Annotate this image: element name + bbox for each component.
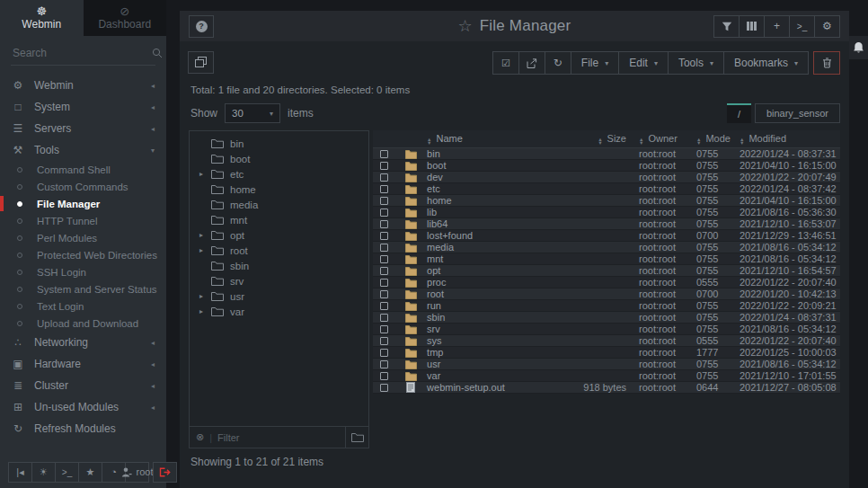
row-checkbox[interactable] [380,290,388,298]
table-row-usr[interactable]: usr root:root 0755 2021/08/16 - 05:34:12 [373,359,840,370]
row-checkbox[interactable] [380,372,388,380]
sidebar-item-webmin[interactable]: ⚙ Webmin ◂ [0,75,166,96]
tree-item-opt[interactable]: ▸ opt [190,227,368,243]
terminal-button[interactable]: >_ [789,15,815,38]
filter-button[interactable] [713,15,740,38]
row-checkbox[interactable] [380,220,388,228]
sidebar-item-command-shell[interactable]: Command Shell [0,161,166,178]
table-row-bin[interactable]: bin root:root 0755 2022/01/24 - 08:37:31 [373,148,840,160]
sidebar-item-cluster[interactable]: ≣ Cluster ◂ [0,375,166,396]
table-row-lost+found[interactable]: lost+found root:root 0700 2021/12/29 - 1… [373,230,840,242]
collapse-sidebar-button[interactable]: |◂ [8,462,32,483]
favorites-button[interactable]: ★ [78,462,102,483]
favorite-star-icon[interactable]: ☆ [458,16,473,36]
expander-icon[interactable]: ▸ [199,307,211,315]
sidebar-item-upload-and-download[interactable]: Upload and Download [0,315,166,332]
copy-path-button[interactable] [188,51,214,74]
sidebar-item-http-tunnel[interactable]: HTTP Tunnel [0,212,166,229]
logout-button[interactable] [153,462,177,483]
sidebar-item-servers[interactable]: ☰ Servers ◂ [0,118,166,139]
sidebar-item-file-manager[interactable]: File Manager [0,195,166,212]
table-row-lib64[interactable]: lib64 root:root 0755 2021/12/10 - 16:53:… [373,218,840,230]
row-checkbox[interactable] [380,349,388,357]
page-size-select[interactable]: 30 ▾ [225,103,280,123]
column-header-name[interactable]: ▲▼Name [427,133,567,145]
row-checkbox[interactable] [380,360,388,368]
table-row-boot[interactable]: boot root:root 0755 2021/04/10 - 16:15:0… [373,160,840,172]
table-row-var[interactable]: var root:root 0755 2021/12/10 - 17:01:55 [373,370,840,382]
refresh-button[interactable]: ↻ [545,51,571,75]
tree-item-home[interactable]: home [190,182,368,197]
row-checkbox[interactable] [380,244,388,252]
sidebar-item-text-login[interactable]: Text Login [0,297,166,315]
sidebar-item-system[interactable]: □ System ◂ [0,96,166,118]
table-row-dev[interactable]: dev root:root 0755 2022/01/22 - 20:07:49 [373,172,840,183]
tree-item-mnt[interactable]: mnt [190,212,368,227]
tree-item-root[interactable]: ▸ root [190,243,368,258]
user-button[interactable]: root [125,462,149,483]
row-checkbox[interactable] [380,279,388,287]
column-header-modified[interactable]: ▲▼Modified [740,133,840,145]
file-menu-button[interactable]: File▾ [571,51,619,75]
sidebar-item-system-and-server-status[interactable]: System and Server Status [0,280,166,297]
notifications-button[interactable] [849,36,868,59]
expander-icon[interactable]: ▸ [199,292,211,300]
table-row-tmp[interactable]: tmp root:root 1777 2022/01/25 - 10:00:03 [373,347,840,359]
theme-button[interactable]: ☀ [31,462,56,483]
tree-item-srv[interactable]: srv [190,273,368,288]
table-row-webmin-setup.out[interactable]: webmin-setup.out 918 bytes root:root 064… [373,382,840,394]
table-row-mnt[interactable]: mnt root:root 0755 2021/08/16 - 05:34:12 [373,253,840,265]
breadcrumb-root[interactable]: / [727,103,751,123]
table-row-root[interactable]: root root:root 0700 2022/01/20 - 10:42:1… [373,288,840,300]
row-checkbox[interactable] [380,232,388,240]
row-checkbox[interactable] [380,173,388,182]
table-row-opt[interactable]: opt root:root 0755 2021/12/10 - 16:54:57 [373,265,840,277]
table-row-media[interactable]: media root:root 0755 2021/08/16 - 05:34:… [373,242,840,253]
edit-menu-button[interactable]: Edit▾ [618,51,669,75]
tree-item-usr[interactable]: ▸ usr [190,288,368,304]
sidebar-item-tools[interactable]: ⚒ Tools ▾ [0,139,166,161]
table-row-sbin[interactable]: sbin root:root 0755 2022/01/24 - 08:37:3… [373,312,840,324]
shell-button[interactable]: >_ [55,462,79,483]
tab-dashboard[interactable]: ⊘ Dashboard [84,0,167,36]
row-checkbox[interactable] [380,197,388,205]
tree-item-sbin[interactable]: sbin [190,258,368,273]
sidebar-item-protected-web-directories[interactable]: Protected Web Directories [0,246,166,263]
row-checkbox[interactable] [380,209,388,217]
select-all-button[interactable]: ☑ [492,51,519,75]
row-checkbox[interactable] [380,267,388,275]
sidebar-item-custom-commands[interactable]: Custom Commands [0,178,166,195]
tab-webmin[interactable]: ☸ Webmin [0,0,84,36]
tree-item-var[interactable]: ▸ var [190,304,368,319]
tools-menu-button[interactable]: Tools▾ [668,51,724,75]
sidebar-item-perl-modules[interactable]: Perl Modules [0,229,166,246]
bookmarks-menu-button[interactable]: Bookmarks▾ [723,51,809,75]
expander-icon[interactable]: ▸ [199,246,211,254]
tree-item-etc[interactable]: ▸ etc [190,166,368,182]
sidebar-item-ssh-login[interactable]: SSH Login [0,263,166,280]
sidebar-item-networking[interactable]: ∴ Networking ◂ [0,332,166,353]
tree-filter-input[interactable] [217,432,345,443]
sidebar-item-refresh-modules[interactable]: ↻ Refresh Modules [0,418,166,439]
table-row-srv[interactable]: srv root:root 0755 2021/08/16 - 05:34:12 [373,324,840,335]
row-checkbox[interactable] [380,302,388,310]
export-button[interactable] [518,51,545,75]
help-button[interactable]: ? [189,15,214,38]
add-button[interactable]: + [764,15,790,38]
table-row-sys[interactable]: sys root:root 0555 2022/01/22 - 20:07:40 [373,335,840,347]
breadcrumb-path[interactable]: binary_sensor [755,103,840,123]
column-header-size[interactable]: ▲▼Size [567,133,639,145]
column-header-mode[interactable]: ▲▼Mode [696,133,740,145]
expander-icon[interactable]: ▸ [199,231,211,239]
row-checkbox[interactable] [380,314,388,322]
tree-item-boot[interactable]: boot [190,151,368,166]
search-input[interactable] [13,47,152,59]
tree-folder-button[interactable] [345,427,368,448]
table-row-home[interactable]: home root:root 0755 2021/04/10 - 16:15:0… [373,195,840,207]
table-row-proc[interactable]: proc root:root 0555 2022/01/22 - 20:07:4… [373,277,840,288]
columns-button[interactable] [739,15,765,38]
row-checkbox[interactable] [380,150,388,158]
table-row-lib[interactable]: lib root:root 0755 2021/08/16 - 05:36:30 [373,207,840,218]
tree-item-media[interactable]: media [190,197,368,212]
filter-clear-icon[interactable]: ⊗ [196,431,204,443]
